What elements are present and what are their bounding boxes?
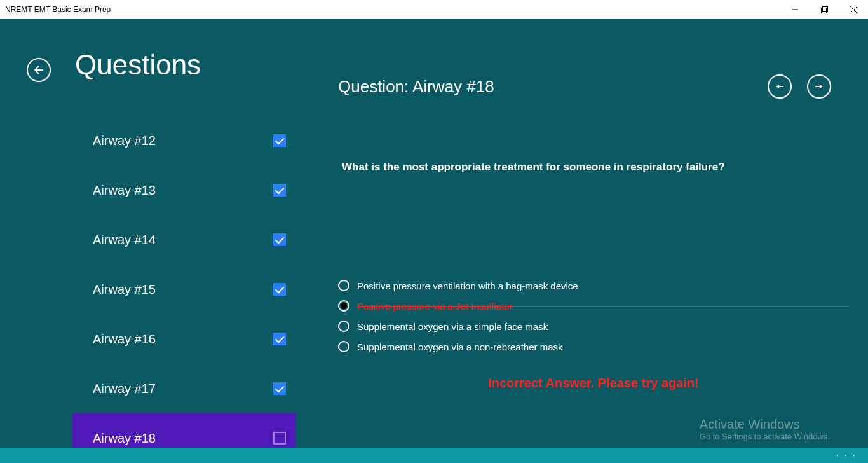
answer-text: Positive pressure via a Jet Insufflator: [357, 301, 513, 312]
hand-right-icon: [815, 83, 823, 90]
feedback-message: Incorrect Answer. Please try again!: [338, 376, 849, 390]
content-area: Question: Airway #18 What is the most ap…: [338, 74, 849, 390]
close-button[interactable]: [839, 0, 868, 19]
watermark-title: Activate Windows: [700, 417, 830, 432]
sidebar-item-label: Airway #18: [93, 431, 156, 446]
sidebar-item-label: Airway #15: [93, 282, 156, 297]
radio-button[interactable]: [338, 321, 349, 332]
svg-rect-1: [821, 8, 826, 13]
sidebar-item-question[interactable]: Airway #16: [72, 314, 296, 364]
app-body: Questions Airway #12Airway #13Airway #14…: [0, 19, 868, 463]
answer-text: Supplemental oxygen via a simple face ma…: [357, 321, 548, 332]
sidebar-item-question[interactable]: Airway #15: [72, 265, 296, 314]
radio-button[interactable]: [338, 341, 349, 352]
windows-activation-watermark: Activate Windows Go to Settings to activ…: [700, 417, 830, 441]
arrow-left-icon: [33, 64, 44, 76]
question-list: Airway #12Airway #13Airway #14Airway #15…: [72, 116, 296, 463]
content-header: Question: Airway #18: [338, 74, 849, 99]
radio-button[interactable]: [338, 300, 349, 312]
answer-option[interactable]: Positive pressure ventilation with a bag…: [338, 275, 849, 296]
answer-text: Supplemental oxygen via a non-rebreather…: [357, 342, 563, 352]
checkmark-icon: [273, 333, 286, 345]
svg-marker-6: [776, 85, 783, 88]
question-text: What is the most appropriate treatment f…: [338, 161, 849, 174]
answer-option[interactable]: Supplemental oxygen via a non-rebreather…: [338, 336, 849, 357]
window-titlebar: NREMT EMT Basic Exam Prep: [0, 0, 868, 19]
sidebar-item-label: Airway #16: [93, 332, 156, 347]
checkmark-icon: [273, 134, 286, 147]
question-heading: Question: Airway #18: [338, 77, 494, 97]
answers-group: Positive pressure ventilation with a bag…: [338, 275, 849, 357]
sidebar-item-question[interactable]: Airway #12: [72, 116, 296, 165]
radio-button[interactable]: [338, 280, 349, 291]
svg-rect-2: [822, 6, 827, 11]
checkbox-empty-icon: [273, 432, 286, 445]
maximize-button[interactable]: [810, 0, 839, 19]
window-controls: [780, 0, 868, 19]
minimize-button[interactable]: [780, 0, 810, 19]
checkmark-icon: [273, 184, 286, 197]
back-button[interactable]: [27, 58, 51, 82]
checkmark-icon: [273, 283, 286, 296]
sidebar-item-label: Airway #13: [93, 183, 156, 198]
watermark-sub: Go to Settings to activate Windows.: [700, 432, 830, 441]
answer-option[interactable]: Supplemental oxygen via a simple face ma…: [338, 316, 849, 336]
prev-question-button[interactable]: [768, 74, 792, 99]
sidebar-item-label: Airway #12: [93, 134, 156, 148]
window-title: NREMT EMT Basic Exam Prep: [5, 5, 111, 14]
svg-marker-7: [815, 85, 823, 88]
checkmark-icon: [273, 382, 286, 395]
answer-option[interactable]: Positive pressure via a Jet Insufflator: [338, 296, 849, 316]
sidebar-item-question[interactable]: Airway #13: [72, 165, 296, 215]
page-title: Questions: [75, 49, 201, 81]
sidebar-item-label: Airway #17: [93, 382, 156, 396]
next-question-button[interactable]: [807, 74, 831, 99]
answer-text: Positive pressure ventilation with a bag…: [357, 280, 578, 291]
hand-left-icon: [776, 83, 783, 90]
app-bar[interactable]: · · ·: [0, 448, 868, 463]
checkmark-icon: [273, 233, 286, 246]
sidebar-item-question[interactable]: Airway #17: [72, 364, 296, 413]
question-nav: [768, 74, 831, 99]
sidebar-item-question[interactable]: Airway #14: [72, 215, 296, 265]
sidebar-item-label: Airway #14: [93, 233, 156, 247]
more-icon[interactable]: · · ·: [836, 450, 857, 461]
